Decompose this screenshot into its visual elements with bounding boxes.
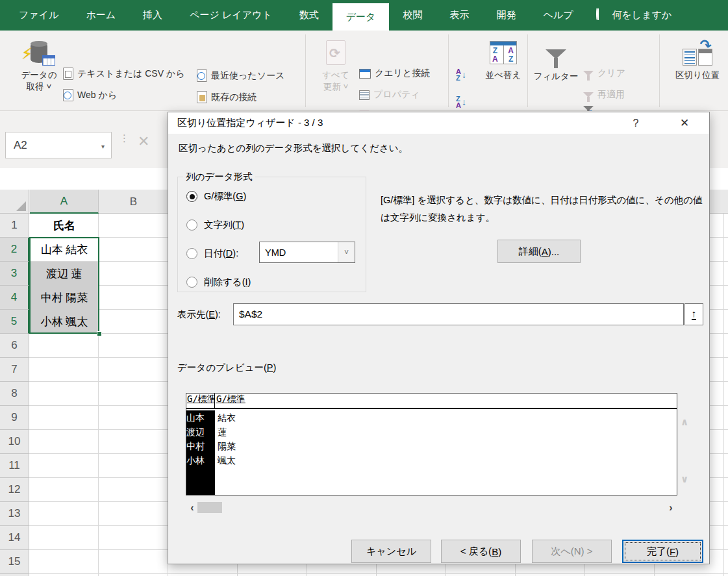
- tell-me-box[interactable]: 何をしますか: [587, 0, 681, 31]
- from-text-csv-button[interactable]: テキストまたは CSV から: [63, 68, 185, 80]
- preview-horizontal-scrollbar[interactable]: ‹ ›: [186, 501, 677, 514]
- scrollbar-thumb[interactable]: [197, 502, 222, 513]
- select-all-button[interactable]: [0, 190, 29, 214]
- row-header-7[interactable]: 7: [0, 358, 29, 382]
- destination-label: 表示先(E):: [177, 308, 221, 321]
- get-data-label: データの: [21, 69, 57, 81]
- ribbon-tab-ファイル[interactable]: ファイル: [5, 0, 72, 31]
- row-header-8[interactable]: 8: [0, 382, 29, 406]
- row-header-1[interactable]: 1: [0, 214, 29, 238]
- date-format-select[interactable]: YMD ˅: [259, 242, 355, 263]
- advanced-button[interactable]: 詳細(A)...: [497, 240, 581, 263]
- cell-A1[interactable]: 氏名: [30, 214, 99, 238]
- text-to-columns-icon: ↷: [683, 36, 712, 69]
- row-header-15[interactable]: 15: [0, 550, 29, 574]
- sort-az-button[interactable]: AZ↓: [456, 68, 466, 82]
- ribbon-tab-ヘルプ[interactable]: ヘルプ: [529, 0, 586, 31]
- connections-icon: [197, 91, 207, 103]
- ribbon-tab-ページ レイアウト[interactable]: ページ レイアウト: [176, 0, 286, 31]
- scroll-left-icon[interactable]: ‹: [186, 502, 199, 514]
- ribbon-tab-開発[interactable]: 開発: [483, 0, 529, 31]
- row-header-6[interactable]: 6: [0, 334, 29, 358]
- preview-col2-header[interactable]: G/標準: [215, 394, 245, 408]
- collapse-dialog-button[interactable]: ↑: [684, 303, 703, 325]
- dialog-close-button[interactable]: ✕: [672, 112, 697, 134]
- destination-input[interactable]: $A$2: [233, 303, 684, 325]
- radio-skip[interactable]: 削除する(I): [186, 276, 251, 288]
- refresh-all-button[interactable]: すべて 更新 ˅: [316, 36, 356, 93]
- from-web-button[interactable]: Web から: [63, 89, 117, 101]
- get-data-button[interactable]: ⚡ データの 取得 ˅: [14, 36, 64, 93]
- sort-za-button[interactable]: ZA↓: [456, 95, 466, 109]
- existing-connections-button[interactable]: 既存の接続: [197, 91, 257, 103]
- tell-me-label: 何をしますか: [612, 9, 672, 21]
- row-header-4[interactable]: 4: [0, 286, 29, 310]
- radio-icon: [186, 248, 197, 259]
- ribbon-tab-挿入[interactable]: 挿入: [129, 0, 176, 31]
- text-file-icon: [63, 68, 73, 80]
- radio-text[interactable]: 文字列(T): [186, 219, 244, 231]
- text-to-columns-button[interactable]: ↷ 区切り位置: [672, 36, 723, 81]
- sort-za-icon: ZA↓: [456, 95, 466, 109]
- reapply-button[interactable]: 再適用: [583, 89, 625, 101]
- preview-row-col1: 中村: [186, 439, 215, 453]
- recent-sources-button[interactable]: 最近使ったソース: [197, 69, 284, 82]
- cancel-button[interactable]: キャンセル: [351, 540, 431, 563]
- row-header-3[interactable]: 3: [0, 262, 29, 286]
- data-preview-box[interactable]: G/標準 G/標準 山本渡辺中村小林 結衣蓮陽菜颯太: [186, 393, 677, 495]
- row-header-12[interactable]: 12: [0, 478, 29, 502]
- format-description: [G/標準] を選択すると、数字は数値に、日付は日付形式の値に、その他の値は文字…: [381, 192, 707, 227]
- row-header-5[interactable]: 5: [0, 310, 29, 334]
- ribbon-tab-数式[interactable]: 数式: [286, 0, 333, 31]
- lightning-icon: ⚡: [21, 44, 32, 64]
- row-header-10[interactable]: 10: [0, 430, 29, 454]
- filter-button[interactable]: フィルター: [531, 37, 581, 82]
- cell-A2[interactable]: 山本 結衣: [30, 238, 99, 262]
- properties-button[interactable]: プロパティ: [359, 89, 420, 101]
- group-separator: [448, 34, 449, 107]
- ribbon-tab-ホーム[interactable]: ホーム: [72, 0, 129, 31]
- cell-A4[interactable]: 中村 陽菜: [30, 286, 99, 310]
- ribbon-tab-データ[interactable]: データ: [333, 3, 390, 31]
- sort-az-icon: AZ↓: [456, 68, 466, 82]
- next-button[interactable]: 次へ(N) >: [532, 540, 612, 563]
- row-header-9[interactable]: 9: [0, 406, 29, 430]
- preview-col2[interactable]: 結衣蓮陽菜颯太: [218, 410, 236, 468]
- back-button[interactable]: < 戻る(B): [441, 540, 521, 563]
- preview-row-col1: 山本: [186, 410, 215, 425]
- sort-dialog-icon: ZAAZ: [490, 36, 517, 69]
- clear-filter-button[interactable]: クリア: [583, 68, 625, 79]
- sort-button[interactable]: ZAAZ 並べ替え: [481, 36, 525, 81]
- column-header-A[interactable]: A: [30, 190, 99, 214]
- radio-selected-icon: [186, 191, 197, 202]
- formula-bar-separator: ⋮: [119, 136, 129, 141]
- text-to-columns-wizard-dialog: 区切り位置指定ウィザード - 3 / 3 ? ✕ 区切ったあとの列のデータ形式を…: [168, 112, 710, 564]
- dialog-title-bar[interactable]: 区切り位置指定ウィザード - 3 / 3 ? ✕: [168, 112, 709, 134]
- fill-handle[interactable]: [97, 331, 102, 336]
- row-header-13[interactable]: 13: [0, 502, 29, 526]
- queries-connections-button[interactable]: クエリと接続: [359, 68, 430, 79]
- column-header-B[interactable]: B: [99, 190, 168, 214]
- scroll-right-icon[interactable]: ›: [664, 502, 677, 514]
- cell-A5[interactable]: 小林 颯太: [30, 310, 99, 334]
- name-box-dropdown-icon[interactable]: ▾: [101, 143, 105, 150]
- preview-col1-header[interactable]: G/標準: [186, 394, 215, 408]
- group-separator: [305, 34, 306, 107]
- radio-date[interactable]: 日付(D):: [186, 247, 238, 260]
- dialog-help-button[interactable]: ?: [625, 112, 647, 134]
- preview-col1-selected[interactable]: 山本渡辺中村小林: [186, 410, 215, 495]
- lightbulb-icon: [596, 8, 607, 23]
- mini-table-icon: [42, 55, 55, 66]
- row-header-2[interactable]: 2: [0, 238, 29, 262]
- ribbon-tab-校閲[interactable]: 校閲: [389, 0, 436, 31]
- cell-A3[interactable]: 渡辺 蓮: [30, 262, 99, 286]
- preview-scroll-down-icon[interactable]: ∨: [681, 473, 688, 485]
- row-header-14[interactable]: 14: [0, 526, 29, 550]
- row-header-11[interactable]: 11: [0, 454, 29, 478]
- name-box[interactable]: A2 ▾: [5, 132, 112, 158]
- finish-button[interactable]: 完了(F): [622, 540, 703, 563]
- ribbon-tab-表示[interactable]: 表示: [436, 0, 483, 31]
- radio-general[interactable]: G/標準(G): [186, 190, 246, 203]
- cancel-entry-icon[interactable]: ✕: [138, 133, 149, 150]
- preview-scroll-up-icon[interactable]: ∧: [681, 416, 688, 428]
